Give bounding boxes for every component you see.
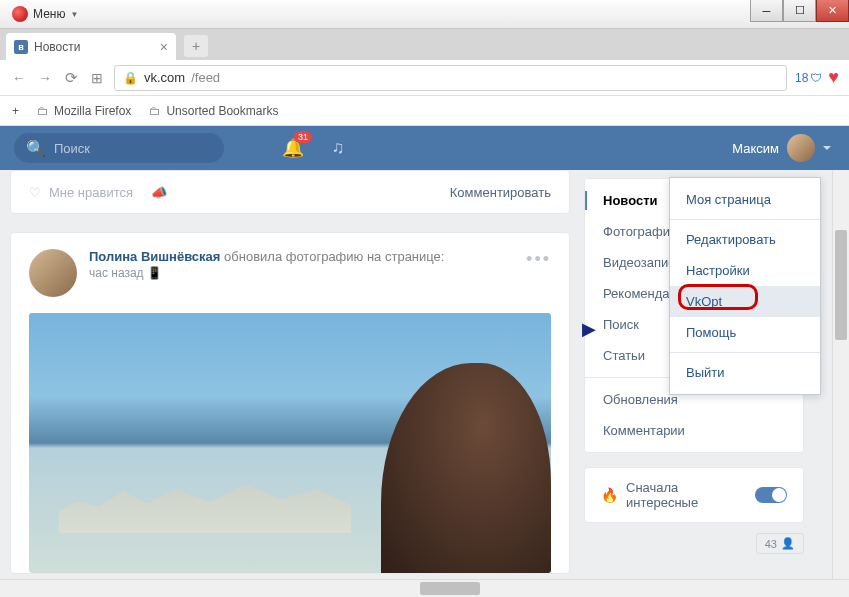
url-path: /feed bbox=[191, 70, 220, 85]
shield-count: 18 bbox=[795, 71, 808, 85]
search-box[interactable]: 🔍 bbox=[14, 133, 224, 163]
tab-close-icon[interactable]: × bbox=[160, 39, 168, 55]
address-right: 18 🛡 ♥ bbox=[795, 67, 839, 88]
post-title: Полина Вишнёвская обновила фотографию на… bbox=[89, 249, 514, 264]
chevron-down-icon: ▼ bbox=[70, 10, 78, 19]
dd-logout[interactable]: Выйти bbox=[670, 357, 820, 388]
url-domain: vk.com bbox=[144, 70, 185, 85]
heart-icon[interactable]: ♥ bbox=[828, 67, 839, 88]
annotation-arrow-icon: ▶ bbox=[582, 318, 596, 340]
forward-button[interactable]: → bbox=[36, 70, 54, 86]
bookmark-folder[interactable]: 🗀Unsorted Bookmarks bbox=[149, 104, 278, 118]
search-icon: 🔍 bbox=[26, 139, 46, 158]
mobile-icon: 📱 bbox=[147, 266, 162, 280]
adblock-badge[interactable]: 18 🛡 bbox=[795, 71, 822, 85]
shield-icon: 🛡 bbox=[810, 71, 822, 85]
like-label: Мне нравится bbox=[49, 185, 133, 200]
comment-button[interactable]: Комментировать bbox=[450, 185, 551, 200]
bookmarks-bar: + 🗀Mozilla Firefox 🗀Unsorted Bookmarks bbox=[0, 96, 849, 126]
scrollbar-thumb[interactable] bbox=[420, 582, 480, 595]
heart-outline-icon: ♡ bbox=[29, 185, 41, 200]
search-input[interactable] bbox=[54, 141, 222, 156]
like-button[interactable]: ♡ Мне нравится bbox=[29, 185, 133, 200]
window-titlebar: Меню ▼ ─ ☐ ✕ bbox=[0, 0, 849, 29]
flame-icon: 🔥 bbox=[601, 487, 618, 503]
vk-header: 🔍 🔔 31 ♫ Максим bbox=[0, 126, 849, 170]
close-button[interactable]: ✕ bbox=[816, 0, 849, 22]
sidebar-item-comments[interactable]: Комментарии bbox=[585, 415, 803, 446]
dd-help[interactable]: Помощь bbox=[670, 317, 820, 348]
person-icon: 👤 bbox=[781, 537, 795, 550]
tab-strip: в Новости × + bbox=[0, 29, 849, 60]
dd-vkopt[interactable]: VkOpt bbox=[670, 286, 820, 317]
add-bookmark-button[interactable]: + bbox=[12, 104, 19, 118]
friends-count-chip[interactable]: 43 👤 bbox=[756, 533, 804, 554]
user-menu-button[interactable]: Максим bbox=[732, 134, 831, 162]
sort-label: Сначала интересные bbox=[626, 480, 747, 510]
dd-edit[interactable]: Редактировать bbox=[670, 224, 820, 255]
horizontal-scrollbar[interactable] bbox=[0, 579, 849, 597]
bookmark-label: Unsorted Bookmarks bbox=[166, 104, 278, 118]
post-author-link[interactable]: Полина Вишнёвская bbox=[89, 249, 220, 264]
vk-favicon: в bbox=[14, 40, 28, 54]
window-controls: ─ ☐ ✕ bbox=[750, 0, 849, 22]
post-action-text: обновила фотографию на странице: bbox=[224, 249, 444, 264]
post-time: час назад 📱 bbox=[89, 266, 514, 280]
folder-icon: 🗀 bbox=[149, 104, 161, 118]
opera-menu-button[interactable]: Меню ▼ bbox=[6, 4, 84, 24]
reload-button[interactable]: ⟳ bbox=[62, 69, 80, 87]
new-tab-button[interactable]: + bbox=[184, 35, 208, 57]
sort-toggle[interactable] bbox=[755, 487, 787, 503]
menu-label: Меню bbox=[33, 7, 65, 21]
notif-badge: 31 bbox=[294, 131, 312, 143]
notifications-button[interactable]: 🔔 31 bbox=[282, 137, 304, 159]
maximize-button[interactable]: ☐ bbox=[783, 0, 816, 22]
user-dropdown: Моя страница Редактировать Настройки VkO… bbox=[669, 177, 821, 395]
feed-column: ♡ Мне нравится 📣 Комментировать Полина В… bbox=[10, 170, 570, 574]
scrollbar-thumb[interactable] bbox=[835, 230, 847, 340]
share-icon[interactable]: 📣 bbox=[151, 185, 167, 200]
dd-settings[interactable]: Настройки bbox=[670, 255, 820, 286]
opera-logo-icon bbox=[12, 6, 28, 22]
dd-my-page[interactable]: Моя страница bbox=[670, 184, 820, 215]
vertical-scrollbar[interactable] bbox=[832, 170, 849, 597]
chevron-down-icon bbox=[823, 146, 831, 150]
divider bbox=[670, 352, 820, 353]
folder-icon: 🗀 bbox=[37, 104, 49, 118]
post-actions-bar: ♡ Мне нравится 📣 Комментировать bbox=[10, 170, 570, 214]
back-button[interactable]: ← bbox=[10, 70, 28, 86]
post-menu-button[interactable]: ••• bbox=[526, 249, 551, 297]
music-button[interactable]: ♫ bbox=[332, 138, 345, 158]
sort-card: 🔥 Сначала интересные bbox=[584, 467, 804, 523]
browser-tab[interactable]: в Новости × bbox=[6, 33, 176, 60]
minimize-button[interactable]: ─ bbox=[750, 0, 783, 22]
avatar bbox=[787, 134, 815, 162]
post-image[interactable] bbox=[29, 313, 551, 573]
tab-title: Новости bbox=[34, 40, 80, 54]
username: Максим bbox=[732, 141, 779, 156]
content-area: ♡ Мне нравится 📣 Комментировать Полина В… bbox=[0, 170, 849, 597]
divider bbox=[670, 219, 820, 220]
bookmark-folder[interactable]: 🗀Mozilla Firefox bbox=[37, 104, 131, 118]
speed-dial-button[interactable]: ⊞ bbox=[88, 70, 106, 86]
url-input[interactable]: 🔒 vk.com/feed bbox=[114, 65, 787, 91]
lock-icon: 🔒 bbox=[123, 71, 138, 85]
bookmark-label: Mozilla Firefox bbox=[54, 104, 131, 118]
post-header: Полина Вишнёвская обновила фотографию на… bbox=[29, 249, 551, 297]
count-value: 43 bbox=[765, 538, 777, 550]
post-avatar[interactable] bbox=[29, 249, 77, 297]
address-bar: ← → ⟳ ⊞ 🔒 vk.com/feed 18 🛡 ♥ bbox=[0, 60, 849, 96]
feed-post: Полина Вишнёвская обновила фотографию на… bbox=[10, 232, 570, 574]
